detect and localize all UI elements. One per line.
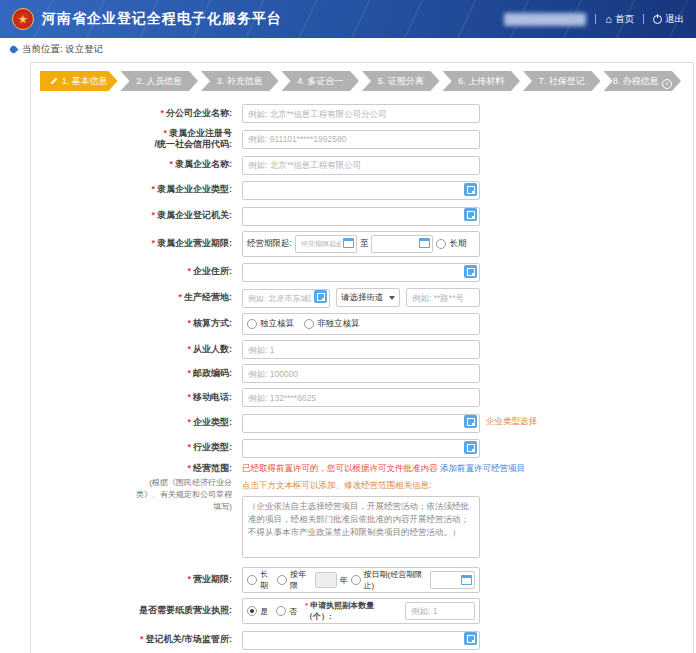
address-label: *企业住所: (38, 266, 238, 277)
select-dialog-icon[interactable] (464, 208, 477, 221)
select-dialog-icon[interactable] (314, 290, 327, 303)
accounting-group: 独立核算 非独立核算 (242, 313, 480, 335)
step-tab-upload-materials[interactable]: 6. 上传材料 (443, 71, 521, 91)
step-tab-supplement-info[interactable]: 3. 补充信息 (201, 71, 279, 91)
select-dialog-icon[interactable] (464, 183, 477, 196)
step-tab-personnel-info[interactable]: 2. 人员信息 (121, 71, 199, 91)
radio-icon (277, 575, 287, 585)
accounting-label: *核算方式: (38, 318, 238, 329)
term-start-label: 经营期限起: (247, 238, 292, 250)
divider (595, 14, 596, 24)
industry-type-label: *行业类型: (38, 442, 238, 453)
term-long-radio[interactable]: 长期 (436, 238, 466, 250)
term-by-date-radio[interactable]: 按日期(经营期限止) (351, 569, 428, 591)
employees-label: *从业人数: (38, 344, 238, 355)
copies-label: *申请执照副本数量（个）: (305, 600, 397, 622)
business-scope-label: *经营范围: (根据《国民经济行业分类》、有关规定和公司章程填写) (38, 463, 238, 513)
national-emblem-icon (12, 8, 34, 30)
radio-checked-icon (247, 606, 257, 616)
company-type-select-link[interactable]: 企业类型选择 (486, 416, 537, 428)
parent-term-label: *隶属企业营业期限: (38, 238, 238, 249)
parent-type-input[interactable] (242, 181, 480, 200)
copies-input[interactable] (405, 602, 475, 620)
step-tab-multi-cert[interactable]: 4. 多证合一 (282, 71, 360, 91)
next-circle-icon (662, 79, 672, 89)
breadcrumb-prefix: 当前位置: (22, 43, 63, 56)
postcode-input[interactable] (242, 364, 480, 383)
parent-credit-code-input[interactable] (242, 130, 480, 149)
radio-icon (247, 319, 257, 329)
company-type-label: *企业类型: (38, 417, 238, 428)
breadcrumb: 当前位置: 设立登记 (0, 38, 696, 60)
parent-credit-code-label: *隶属企业注册号 /统一社会信用代码: (38, 128, 238, 151)
year-unit-label: 年 (340, 575, 348, 586)
term-by-years-radio[interactable]: 按年限 (277, 569, 311, 591)
branch-name-label: *分公司企业名称: (38, 108, 238, 119)
term-long-option-radio[interactable]: 长期 (247, 569, 274, 591)
select-dialog-icon[interactable] (464, 265, 477, 278)
company-type-input[interactable] (242, 414, 480, 433)
term-years-input[interactable] (315, 572, 337, 588)
select-dialog-icon[interactable] (464, 441, 477, 454)
business-term-label: *营业期限: (38, 574, 238, 585)
step-tab-basic-info[interactable]: 1. 基本信息 (40, 71, 118, 91)
operation-place-label: *生产经营地: (38, 292, 238, 303)
radio-icon (247, 575, 257, 585)
paper-yes-radio[interactable]: 是 (247, 606, 268, 617)
employees-input[interactable] (242, 340, 480, 359)
radio-icon (304, 319, 314, 329)
step-tabs: 1. 基本信息 2. 人员信息 3. 补充信息 4. 多证合一 5. 证照分离 … (40, 71, 684, 91)
app-title: 河南省企业登记全程电子化服务平台 (42, 10, 282, 28)
pencil-icon (50, 77, 57, 84)
step-tab-social-security[interactable]: 7. 社保登记 (523, 71, 601, 91)
step-tab-tax-info[interactable]: 8. 办税信息 (604, 71, 682, 91)
paper-no-radio[interactable]: 否 (276, 606, 297, 617)
parent-term-group: 经营期限起: 至 长期 (242, 231, 480, 257)
calendar-icon[interactable] (419, 238, 430, 248)
username-redacted (504, 13, 586, 26)
radio-icon (436, 239, 446, 249)
operation-detail-input[interactable] (406, 288, 480, 307)
select-dialog-icon[interactable] (464, 632, 477, 645)
select-dialog-icon[interactable] (464, 415, 477, 428)
postcode-label: *邮政编码: (38, 368, 238, 379)
paper-license-label: 是否需要纸质营业执照: (38, 605, 238, 616)
business-scope-note: (根据《国民经济行业分类》、有关规定和公司章程填写) (136, 477, 232, 513)
reg-org-input[interactable] (242, 631, 480, 650)
parent-reg-org-label: *隶属企业登记机关: (38, 210, 238, 221)
scope-hint: 点击下方文本框可以添加、修改经营范围相关信息: (242, 480, 525, 492)
logout-link-label: 退出 (665, 13, 684, 26)
mobile-input[interactable] (242, 388, 480, 407)
street-select[interactable]: 请选择街道 (336, 288, 400, 307)
app-header: 河南省企业登记全程电子化服务平台 ⌂ 首页 退出 (0, 0, 696, 38)
accounting-non-independent-radio[interactable]: 非独立核算 (304, 318, 360, 330)
power-icon (653, 15, 662, 24)
add-pre-license-link[interactable]: 添加前置许可经营项目 (440, 463, 525, 473)
dropdown-arrow-icon (389, 296, 395, 300)
form-container: 1. 基本信息 2. 人员信息 3. 补充信息 4. 多证合一 5. 证照分离 … (30, 62, 694, 653)
parent-type-label: *隶属企业企业类型: (38, 184, 238, 195)
parent-name-label: *隶属企业名称: (38, 159, 238, 170)
logout-link[interactable]: 退出 (653, 13, 684, 26)
industry-type-input[interactable] (242, 439, 480, 458)
calendar-icon[interactable] (461, 575, 472, 585)
address-input[interactable] (242, 263, 480, 282)
parent-name-input[interactable] (242, 156, 480, 175)
parent-reg-org-input[interactable] (242, 207, 480, 226)
reg-org-label: *登记机关/市场监管所: (38, 634, 238, 645)
scope-notice: 已经取得前置许可的，您可以根据许可文件批准内容 添加前置许可经营项目 (242, 463, 525, 475)
step-tab-cert-separation[interactable]: 5. 证照分离 (362, 71, 440, 91)
paper-license-group: 是 否 *申请执照副本数量（个）: (242, 598, 480, 624)
home-link[interactable]: ⌂ 首页 (605, 13, 634, 26)
accounting-independent-radio[interactable]: 独立核算 (247, 318, 294, 330)
divider (643, 14, 644, 24)
radio-icon (351, 575, 361, 585)
home-link-label: 首页 (615, 13, 634, 26)
location-pin-icon (9, 45, 19, 55)
mobile-label: *移动电话: (38, 392, 238, 403)
business-term-group: 长期 按年限 年 按日期(经营期限止) (242, 567, 480, 593)
term-to-label: 至 (360, 238, 369, 250)
branch-name-input[interactable] (242, 104, 480, 123)
calendar-icon[interactable] (343, 238, 354, 248)
business-scope-textarea[interactable]: （企业依法自主选择经营项目，开展经营活动；依法须经批准的项目，经相关部门批准后依… (242, 496, 480, 558)
